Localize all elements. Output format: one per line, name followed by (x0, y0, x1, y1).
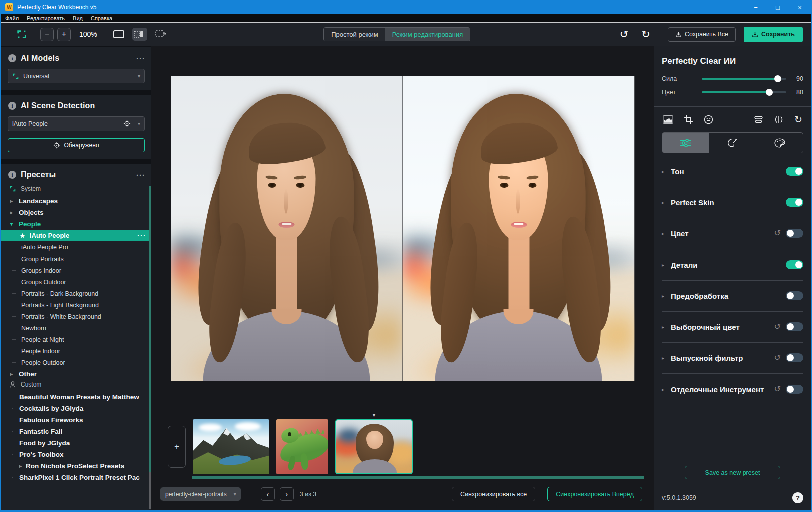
info-icon[interactable]: i (8, 54, 16, 62)
flip-icon[interactable] (754, 115, 763, 124)
canvas-area (151, 46, 654, 411)
menu-item[interactable]: Справка (87, 15, 116, 21)
help-button[interactable]: ? (792, 492, 803, 503)
ai-model-select[interactable]: Universal ▾ (8, 69, 145, 83)
perfect-skin-toggle[interactable] (786, 198, 803, 207)
section-color[interactable]: ▸ Цвет ↺ (662, 222, 803, 244)
sync-all-button[interactable]: Синхронизировать все (452, 487, 535, 501)
preset-item[interactable]: ▸Ron Nichols ProSelect Presets (12, 460, 151, 472)
section-tone[interactable]: ▸ Тон (662, 160, 803, 182)
menu-item[interactable]: Файл (1, 15, 23, 21)
rotate-icon[interactable]: ↻ (794, 114, 802, 125)
section-perfect-skin[interactable]: ▸ Perfect Skin (662, 191, 803, 213)
preset-item[interactable]: Portraits - Light Background (12, 299, 151, 311)
preset-item[interactable]: Pro's Toolbox (12, 449, 151, 460)
preset-item[interactable]: People Indoor (12, 345, 151, 357)
zoom-in-button[interactable]: + (57, 28, 71, 41)
finishing-tools-toggle[interactable] (786, 385, 803, 394)
preset-item[interactable]: Groups Indoor (12, 265, 151, 276)
undo-icon[interactable]: ↺ (620, 28, 629, 40)
preset-item[interactable]: Fabulous Fireworks (12, 414, 151, 426)
tone-toggle[interactable] (786, 167, 803, 176)
thumbnail-mountain[interactable] (193, 419, 269, 474)
scene-select[interactable]: iAuto People ▾ (8, 116, 145, 131)
preset-item[interactable]: Fantastic Fall (12, 426, 151, 437)
preset-item[interactable]: Newborn (12, 322, 151, 334)
preprocessing-toggle[interactable] (786, 291, 803, 300)
before-after-compare[interactable] (171, 76, 634, 381)
folder-select[interactable]: perfectly-clear-portraits ▾ (160, 487, 241, 501)
sync-forward-button[interactable]: Синхронизировать Вперёд (547, 487, 642, 501)
color-slider[interactable] (702, 91, 786, 93)
crop-icon[interactable] (684, 115, 693, 124)
save-all-button[interactable]: Сохранить Все (668, 27, 736, 42)
slider-knob[interactable] (766, 89, 773, 96)
more-options-icon[interactable]: ··· (136, 54, 145, 63)
preset-item[interactable]: People Outdoor (12, 357, 151, 368)
reset-icon[interactable]: ↺ (774, 323, 781, 331)
slider-knob[interactable] (774, 75, 781, 82)
menu-item[interactable]: Редактировать (23, 15, 69, 21)
preset-item-selected[interactable]: ★ iAuto People ··· (1, 230, 151, 241)
preset-item[interactable]: iAuto People Pro (12, 241, 151, 253)
reset-icon[interactable]: ↺ (774, 229, 781, 237)
minimize-button[interactable]: − (745, 0, 767, 14)
preset-group-people[interactable]: ▾ People (1, 218, 151, 230)
edit-mode-tab[interactable]: Режим редактирования (385, 28, 470, 41)
histogram-icon[interactable] (663, 115, 673, 124)
thumbnail-portrait-selected[interactable] (335, 419, 413, 474)
more-options-icon[interactable]: ··· (136, 171, 145, 179)
reset-icon[interactable]: ↺ (774, 385, 781, 393)
face-icon[interactable] (704, 115, 713, 124)
simple-mode-tab[interactable]: Простой режим (324, 28, 385, 41)
sidebar-scrollbar-lower[interactable] (149, 472, 151, 509)
section-finishing-tools[interactable]: ▸ Отделочные Инструмент ↺ (662, 378, 803, 400)
preset-item[interactable]: Cocktails by JGlyda (12, 403, 151, 414)
detected-button[interactable]: Обнаружено (8, 138, 145, 152)
menu-item[interactable]: Вид (69, 15, 87, 21)
save-button[interactable]: Сохранить (744, 27, 803, 42)
more-options-icon[interactable]: ··· (137, 231, 146, 240)
preset-item[interactable]: SharkPixel 1 Click Portrait Preset Pac (12, 472, 151, 483)
details-toggle[interactable] (786, 260, 803, 269)
info-icon[interactable]: i (8, 102, 16, 110)
zoom-out-button[interactable]: − (40, 28, 54, 41)
maximize-button[interactable]: □ (767, 0, 789, 14)
split-compare-icon[interactable] (774, 115, 784, 124)
graduated-filter-toggle[interactable] (786, 353, 803, 362)
preset-group-objects[interactable]: ▸ Objects (1, 207, 151, 218)
close-button[interactable]: × (789, 0, 811, 14)
selective-color-toggle[interactable] (786, 322, 803, 331)
sidebar-scrollbar[interactable] (149, 186, 151, 472)
preset-group-landscapes[interactable]: ▸ Landscapes (1, 195, 151, 207)
preset-item[interactable]: Food by JGlyda (12, 437, 151, 449)
preset-item[interactable]: People at Night (12, 334, 151, 345)
overlay-view-button[interactable] (153, 28, 169, 41)
info-icon[interactable]: i (8, 171, 16, 179)
tab-adjustments[interactable] (662, 133, 709, 153)
previous-image-button[interactable]: ‹ (261, 487, 275, 501)
reset-icon[interactable]: ↺ (774, 354, 781, 362)
preset-item[interactable]: Beautiful Woman Presets by Matthew (12, 391, 151, 403)
redo-icon[interactable]: ↻ (641, 28, 651, 40)
preset-item[interactable]: Portraits - White Background (12, 311, 151, 322)
strength-slider[interactable] (702, 78, 786, 80)
color-toggle[interactable] (786, 229, 803, 238)
section-details[interactable]: ▸ Детали (662, 253, 803, 276)
filmstrip-scrollbar[interactable] (192, 476, 644, 479)
preset-item[interactable]: Groups Outdoor (12, 276, 151, 288)
preset-item[interactable]: Group Portraits (12, 253, 151, 265)
tab-retouch[interactable] (709, 133, 756, 153)
split-view-button[interactable] (132, 28, 147, 41)
preset-item[interactable]: Portraits - Dark Background (12, 288, 151, 299)
save-as-new-preset-button[interactable]: Save as new preset (685, 466, 780, 479)
tab-looks[interactable] (756, 133, 803, 153)
section-graduated-filter[interactable]: ▸ Выпускной фильтр ↺ (662, 347, 803, 369)
thumbnail-iguana[interactable] (276, 419, 328, 474)
section-preprocessing[interactable]: ▸ Предобработка (662, 285, 803, 307)
section-selective-color[interactable]: ▸ Выборочный цвет ↺ (662, 316, 803, 338)
single-view-button[interactable] (111, 28, 126, 41)
next-image-button[interactable]: › (280, 487, 294, 501)
preset-group-other[interactable]: ▸ Other (1, 368, 151, 380)
add-image-button[interactable]: + (168, 426, 186, 468)
